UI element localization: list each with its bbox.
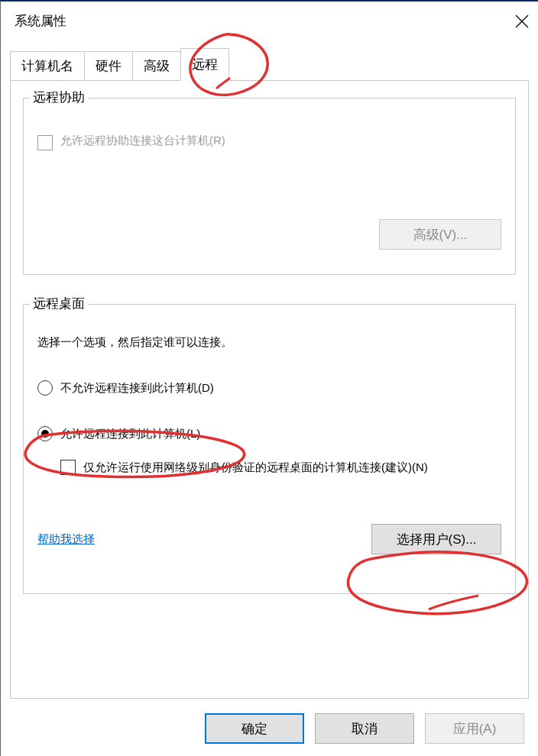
remote-desktop-group: 远程桌面 选择一个选项，然后指定谁可以连接。 不允许远程连接到此计算机(D) 允… [23, 304, 516, 594]
radio-allow-row[interactable]: 允许远程连接到此计算机(L) [37, 426, 501, 441]
tab-row: 计算机名 硬件 高级 远程 [10, 50, 538, 81]
radio-deny-row[interactable]: 不允许远程连接到此计算机(D) [37, 380, 501, 396]
nla-checkbox-label: 仅允许运行使用网络级别身份验证的远程桌面的计算机连接(建议)(N) [83, 458, 428, 477]
tab-hardware[interactable]: 硬件 [84, 51, 133, 81]
window-title: 系统属性 [15, 12, 66, 30]
dialog-button-row: 确定 取消 应用(A) [205, 713, 524, 744]
remote-assist-group: 远程协助 允许远程协助连接这台计算机(R) 高级(V)... [23, 98, 516, 275]
apply-button: 应用(A) [425, 713, 524, 744]
radio-allow[interactable] [37, 426, 53, 441]
radio-deny-label: 不允许远程连接到此计算机(D) [60, 381, 214, 396]
radio-allow-label: 允许远程连接到此计算机(L) [60, 427, 200, 441]
tab-advanced[interactable]: 高级 [132, 51, 181, 81]
remote-desktop-legend: 远程桌面 [30, 295, 88, 312]
cancel-button[interactable]: 取消 [315, 713, 414, 744]
remote-assist-advanced-button: 高级(V)... [379, 219, 501, 250]
radio-deny[interactable] [37, 380, 53, 396]
ok-button[interactable]: 确定 [205, 713, 304, 744]
close-icon[interactable] [515, 15, 529, 28]
remote-assist-legend: 远程协助 [30, 89, 88, 106]
radio-dot-icon [41, 430, 49, 438]
select-users-button[interactable]: 选择用户(S)... [371, 524, 501, 554]
remote-assist-checkbox-label: 允许远程协助连接这台计算机(R) [60, 134, 225, 148]
tab-remote[interactable]: 远程 [180, 48, 229, 81]
titlebar: 系统属性 [1, 2, 538, 41]
nla-checkbox[interactable] [60, 460, 76, 475]
tab-panel-remote: 远程协助 允许远程协助连接这台计算机(R) 高级(V)... 远程桌面 选择一个… [10, 80, 529, 699]
system-properties-window: 系统属性 计算机名 硬件 高级 远程 远程协助 允许远程协助连接这台计算机(R)… [0, 0, 538, 756]
remote-assist-checkbox [37, 135, 53, 150]
remote-desktop-instruction: 选择一个选项，然后指定谁可以连接。 [37, 335, 501, 350]
help-link[interactable]: 帮助我选择 [37, 532, 95, 547]
tab-computer-name[interactable]: 计算机名 [10, 51, 85, 81]
